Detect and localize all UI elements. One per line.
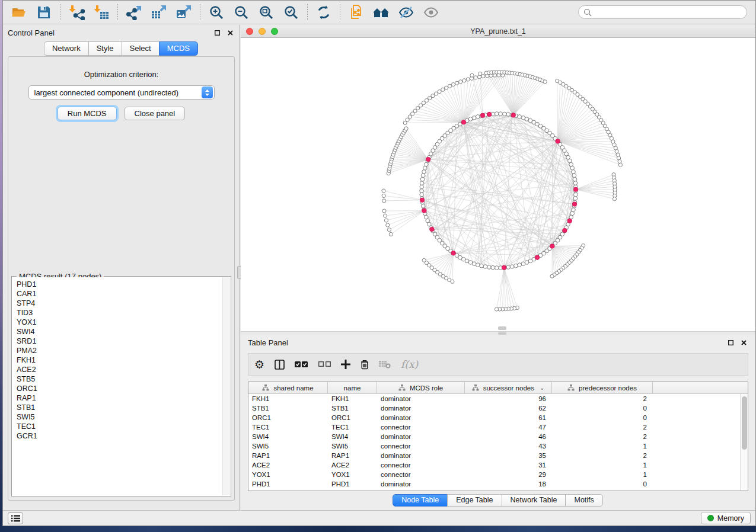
table-cell: 2 [552,432,653,441]
show-column-icon[interactable] [275,357,285,372]
desktop-wallpaper-bottom [0,526,756,532]
show-all-icon[interactable] [421,4,441,21]
close-panel-icon[interactable] [225,28,235,37]
optimization-criterion-select[interactable]: largest connected component (undirected) [28,85,215,100]
table-cell: 0 [552,479,653,489]
mcds-result-item[interactable]: ACE2 [17,365,222,374]
create-column-icon[interactable] [341,357,350,372]
memory-button[interactable]: Memory [701,512,751,524]
zoom-selected-icon[interactable] [281,4,301,21]
tab-mcds[interactable]: MCDS [159,41,198,56]
zoom-fit-icon[interactable] [256,4,276,21]
column-header-successor-nodes[interactable]: successor nodes⌄ [465,382,552,393]
mcds-result-item[interactable]: PMA2 [17,346,222,355]
table-row[interactable]: RAP1RAP1dominator352 [248,451,740,460]
main-toolbar [3,1,755,24]
tab-edge-table[interactable]: Edge Table [447,494,502,507]
mcds-result-scrollbar[interactable] [222,277,230,495]
network-canvas[interactable] [241,38,755,331]
close-table-panel-icon[interactable] [739,338,748,347]
table-cell: 2 [552,451,653,460]
open-session-icon[interactable] [9,4,29,21]
cytoscape-window: Control Panel NetworkStyleSelectMCDS Opt… [2,0,756,526]
hide-selected-icon[interactable] [396,4,416,21]
search-box[interactable] [578,5,747,19]
mcds-result-item[interactable]: FKH1 [17,355,222,365]
mcds-result-item[interactable]: YOX1 [17,318,222,327]
import-network-icon[interactable] [66,4,87,21]
task-history-button[interactable] [8,512,23,524]
table-cell: 35 [465,451,552,460]
mcds-result-item[interactable]: STB1 [17,403,222,412]
tab-node-table[interactable]: Node Table [393,494,448,507]
mcds-result-item[interactable]: RAP1 [17,393,222,403]
mcds-result-item[interactable]: ORC1 [17,384,222,393]
mcds-result-list[interactable]: PHD1CAR1STP4TID3YOX1SWI4SRD1PMA2FKH1ACE2… [12,277,222,495]
table-cell: 1 [552,441,653,451]
mcds-result-item[interactable]: TEC1 [17,422,222,431]
mcds-result-item[interactable]: SRD1 [17,336,222,346]
mcds-result-item[interactable]: SWI5 [17,412,222,422]
tab-network-table[interactable]: Network Table [502,494,566,507]
duplicate-network-icon[interactable] [346,4,366,21]
application-window: Control Panel NetworkStyleSelectMCDS Opt… [0,0,756,532]
mcds-tab-content: Optimization criterion: largest connecte… [8,56,235,501]
table-row[interactable]: STB1STB1dominator620 [248,403,740,413]
export-table-icon[interactable] [149,4,169,21]
list-icon [11,515,20,522]
table-settings-gear-icon[interactable]: ⚙ [254,357,264,372]
table-scrollbar[interactable] [740,394,748,491]
table-row[interactable]: ACE2ACE2connector311 [248,460,740,470]
column-type-icon [567,384,575,391]
table-cell: STB1 [248,403,328,413]
mcds-result-item[interactable]: STP4 [17,299,222,308]
table-cell: 62 [465,403,552,413]
table-cell: 2 [552,422,653,432]
table-panel-title: Table Panel [248,338,722,347]
zoom-out-icon[interactable] [231,4,251,21]
refresh-view-icon[interactable] [314,4,334,21]
tab-network[interactable]: Network [44,41,89,56]
column-header-shared-name[interactable]: shared name [248,382,328,393]
optimization-criterion-value: largest connected component (undirected) [34,88,202,97]
import-table-icon[interactable] [91,4,111,21]
zoom-in-icon[interactable] [206,4,227,21]
table-row[interactable]: FKH1FKH1dominator962 [248,394,740,403]
table-row[interactable]: TEC1TEC1connector472 [248,422,740,432]
mcds-result-item[interactable]: PHD1 [17,280,222,289]
table-panel-header: Table Panel [241,335,755,350]
save-session-icon[interactable] [34,4,54,21]
column-header-MCDS-role[interactable]: MCDS role [377,382,465,393]
table-cell: 1 [552,460,653,470]
tab-select[interactable]: Select [122,41,160,56]
close-panel-button[interactable]: Close panel [125,107,186,120]
mcds-result-item[interactable]: GCR1 [17,431,222,441]
column-header-predecessor-nodes[interactable]: predecessor nodes [552,382,653,393]
float-table-panel-icon[interactable] [726,338,735,347]
mcds-result-item[interactable]: CAR1 [17,289,222,299]
tab-motifs[interactable]: Motifs [565,494,602,507]
mcds-result-item[interactable]: SWI4 [17,327,222,336]
delete-column-icon[interactable] [361,357,369,372]
table-row[interactable]: SWI5SWI5connector431 [248,441,740,451]
column-header-name[interactable]: name [328,382,377,393]
export-network-icon[interactable] [124,4,144,21]
table-row[interactable]: YOX1YOX1connector291 [248,470,740,479]
column-type-icon [262,384,269,391]
first-neighbors-icon[interactable] [371,4,391,21]
mcds-result-item[interactable]: TID3 [17,308,222,318]
mcds-result-box: MCDS result (17 nodes) PHD1CAR1STP4TID3Y… [11,276,231,496]
table-row[interactable]: PHD1PHD1dominator180 [248,479,740,489]
unselect-all-columns-icon[interactable] [318,357,331,372]
float-panel-icon[interactable] [212,28,222,37]
select-all-columns-icon[interactable] [295,357,308,372]
mcds-result-item[interactable]: STB5 [17,374,222,384]
table-scrollbar-thumb[interactable] [742,396,747,450]
export-image-icon[interactable] [174,4,194,21]
table-row[interactable]: ORC1ORC1dominator610 [248,413,740,422]
tab-style[interactable]: Style [88,41,122,56]
network-hscroll-handle[interactable] [498,326,506,330]
table-row[interactable]: SWI4SWI4dominator462 [248,432,740,441]
search-input[interactable] [592,8,742,17]
run-mcds-button[interactable]: Run MCDS [58,107,117,120]
